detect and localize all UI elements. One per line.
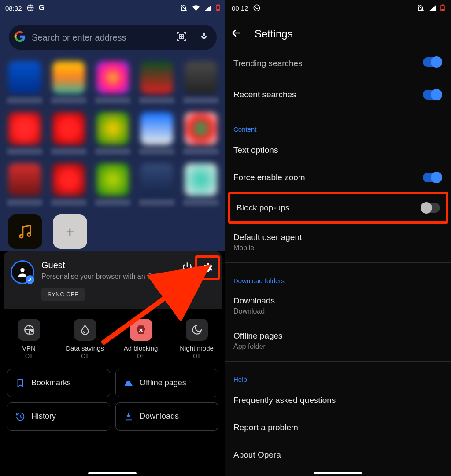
back-button[interactable] <box>231 27 242 41</box>
svg-rect-4 <box>217 9 219 11</box>
opera-settings-screen: 00:12 Settings Trending searches <box>226 0 451 476</box>
night-mode-toggle[interactable]: Night mode Off <box>171 319 223 359</box>
setting-offline-pages-folder[interactable]: Offline pages App folder <box>226 323 451 358</box>
data-savings-toggle[interactable]: Data savings Off <box>59 319 111 359</box>
speed-dial-tile[interactable] <box>93 112 133 161</box>
svg-point-9 <box>20 235 23 238</box>
quick-toggles: VPN Off Data savings Off Ad blocking On … <box>0 309 226 364</box>
svg-rect-17 <box>442 5 444 6</box>
svg-point-10 <box>27 233 30 236</box>
toggle-off-icon[interactable] <box>421 203 440 213</box>
svg-rect-7 <box>179 37 181 39</box>
svg-text:x: x <box>205 5 207 8</box>
toggle-on-icon[interactable] <box>423 57 442 67</box>
speed-dial-grid: + <box>0 54 226 249</box>
speed-dial-tile[interactable] <box>181 163 221 212</box>
add-speed-dial-button[interactable]: + <box>53 214 87 249</box>
speed-dial-tile[interactable] <box>181 112 221 161</box>
speed-dial-tile[interactable] <box>137 112 177 161</box>
speed-dial-tile[interactable] <box>181 61 221 110</box>
power-icon[interactable] <box>181 261 193 274</box>
status-time: 00:12 <box>232 4 248 12</box>
svg-point-11 <box>20 268 24 272</box>
dnd-icon <box>180 4 188 12</box>
setting-about-opera[interactable]: About Opera <box>226 441 451 469</box>
setting-recent-searches[interactable]: Recent searches <box>226 81 451 108</box>
qr-scan-icon[interactable] <box>176 31 187 44</box>
avatar[interactable] <box>11 260 34 284</box>
music-tile[interactable] <box>8 214 42 249</box>
mic-icon[interactable] <box>199 32 209 43</box>
setting-default-user-agent[interactable]: Default user agent Mobile <box>226 225 451 260</box>
settings-button[interactable] <box>197 258 218 278</box>
history-button[interactable]: History <box>7 402 110 431</box>
nav-bar-pill <box>88 472 137 474</box>
toggle-on-icon[interactable] <box>423 90 442 100</box>
nav-bar-pill <box>314 472 362 474</box>
status-bar: 00:12 <box>226 0 451 14</box>
setting-downloads-folder[interactable]: Downloads Download <box>226 288 451 323</box>
sync-chip[interactable]: SYNC OFF <box>41 288 85 301</box>
speed-dial-tile[interactable] <box>5 163 44 212</box>
vpn-toggle[interactable]: VPN Off <box>3 319 55 359</box>
dnd-icon <box>417 4 425 12</box>
setting-text-options[interactable]: Text options <box>226 137 451 164</box>
speed-dial-tile[interactable] <box>93 163 133 212</box>
speed-dial-tile[interactable] <box>137 163 177 212</box>
setting-trending-searches[interactable]: Trending searches <box>226 54 451 81</box>
google-logo-icon <box>14 31 26 44</box>
speed-dial-tile[interactable] <box>137 61 177 110</box>
svg-rect-5 <box>179 34 181 36</box>
search-placeholder: Search or enter address <box>32 33 170 43</box>
menu-sheet: Guest Personalise your browser with an O… <box>0 251 226 476</box>
highlight-box: Block pop-ups <box>228 192 448 224</box>
bookmarks-button[interactable]: Bookmarks <box>7 369 110 397</box>
svg-rect-3 <box>217 5 219 6</box>
battery-low-icon <box>440 4 445 11</box>
status-bar: 08:32 G x <box>0 0 226 14</box>
search-bar[interactable]: Search or enter address <box>9 25 217 50</box>
signal-icon: x <box>204 5 211 11</box>
nav-grid: Bookmarks Offline pages History Download… <box>0 364 226 431</box>
svg-point-15 <box>254 5 260 11</box>
section-header-help: Help <box>226 364 451 387</box>
page-title: Settings <box>255 28 293 40</box>
setting-block-popups[interactable]: Block pop-ups <box>230 194 446 221</box>
wifi-icon <box>192 5 200 11</box>
speed-dial-tile[interactable] <box>49 61 89 110</box>
plus-icon: + <box>66 223 74 240</box>
google-g-icon: G <box>39 4 44 12</box>
edit-avatar-icon <box>26 275 34 284</box>
whatsapp-icon <box>253 4 261 12</box>
settings-header: Settings <box>226 14 451 50</box>
setting-force-zoom[interactable]: Force enable zoom <box>226 164 451 191</box>
speed-dial-tile[interactable] <box>49 112 89 161</box>
speed-dial-tile[interactable] <box>5 61 44 110</box>
section-header-content: Content <box>226 114 451 137</box>
opera-home-screen: 08:32 G x <box>0 0 226 476</box>
speed-dial-tile[interactable] <box>5 112 44 161</box>
battery-low-icon <box>216 4 220 11</box>
status-time: 08:32 <box>5 4 22 12</box>
speed-dial-tile[interactable] <box>93 61 133 110</box>
toggle-on-icon[interactable] <box>423 173 442 182</box>
downloads-button[interactable]: Downloads <box>115 402 218 431</box>
svg-rect-6 <box>182 34 184 36</box>
ad-blocking-toggle[interactable]: Ad blocking On <box>115 319 167 359</box>
account-card: Guest Personalise your browser with an O… <box>4 251 222 309</box>
offline-pages-button[interactable]: Offline pages <box>115 369 218 397</box>
firefox-icon <box>26 4 34 12</box>
speed-dial-tile[interactable] <box>49 163 89 212</box>
setting-report-problem[interactable]: Report a problem <box>226 414 451 441</box>
section-header-downloads: Download folders <box>226 266 451 288</box>
setting-faq[interactable]: Frequently asked questions <box>226 387 451 414</box>
signal-icon <box>429 5 436 11</box>
svg-rect-18 <box>441 9 444 11</box>
svg-rect-8 <box>182 37 184 39</box>
